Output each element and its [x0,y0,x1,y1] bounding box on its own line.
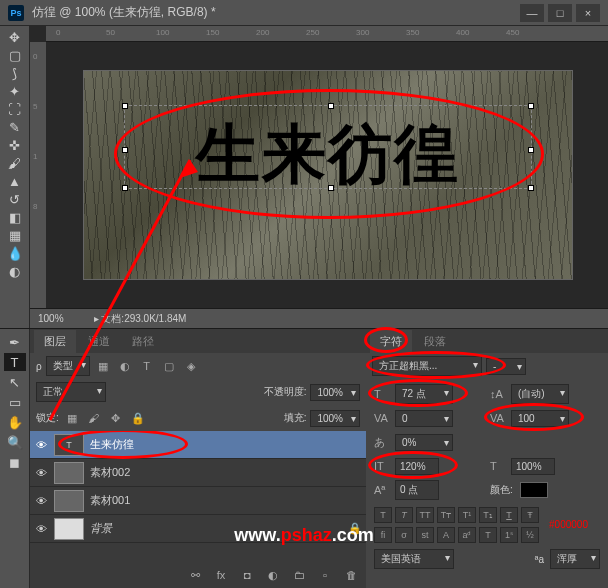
underline-button[interactable]: T [500,507,518,523]
visibility-icon[interactable]: 👁 [34,439,48,451]
strike-button[interactable]: Ŧ [521,507,539,523]
allcaps-button[interactable]: TT [416,507,434,523]
language-dropdown[interactable]: 美国英语 [374,549,454,569]
vscale-icon: IT [374,460,392,472]
tab-paths[interactable]: 路径 [122,330,164,353]
heal-tool[interactable]: ✜ [4,136,26,154]
blend-mode-dropdown[interactable]: 正常 [36,382,106,402]
maximize-button[interactable]: □ [548,4,572,22]
eyedropper-tool[interactable]: ✎ [4,118,26,136]
ot-1st-button[interactable]: 1ˢ [500,527,518,543]
tab-layers[interactable]: 图层 [34,330,76,353]
document-canvas[interactable]: 生来彷徨 [83,70,573,280]
brush-tool[interactable]: 🖌 [4,154,26,172]
vscale-input[interactable]: 120% [395,458,439,475]
ot-sigma-button[interactable]: σ [395,527,413,543]
visibility-icon[interactable]: 👁 [34,495,48,507]
lasso-tool[interactable]: ⟆ [4,64,26,82]
layer-name[interactable]: 素材002 [90,465,130,480]
layer-row[interactable]: 👁 素材002 [30,459,366,487]
fill-label: 填充: [284,411,307,425]
antialias-dropdown[interactable]: 浑厚 [550,549,600,569]
transform-box[interactable] [124,105,532,189]
visibility-icon[interactable]: 👁 [34,523,48,535]
eraser-tool[interactable]: ◧ [4,208,26,226]
crop-tool[interactable]: ⛶ [4,100,26,118]
new-layer-icon[interactable]: ▫ [316,566,334,584]
layer-mask-icon[interactable]: ◘ [238,566,256,584]
path-tool[interactable]: ↖ [4,373,26,391]
filter-adjust-icon[interactable]: ◐ [116,357,134,375]
adjustment-layer-icon[interactable]: ◐ [264,566,282,584]
fill-input[interactable]: 100% [310,410,360,427]
ot-st-button[interactable]: st [416,527,434,543]
superscript-button[interactable]: T¹ [458,507,476,523]
layer-row[interactable]: 👁 T 生来仿徨 [30,431,366,459]
filter-pixel-icon[interactable]: ▦ [94,357,112,375]
tab-paragraph[interactable]: 段落 [414,330,456,353]
wand-tool[interactable]: ✦ [4,82,26,100]
filter-smart-icon[interactable]: ◈ [182,357,200,375]
blur-tool[interactable]: 💧 [4,244,26,262]
layer-name[interactable]: 背景 [90,521,112,536]
delete-layer-icon[interactable]: 🗑 [342,566,360,584]
baseline-input[interactable]: 0% [395,434,453,451]
gradient-tool[interactable]: ▦ [4,226,26,244]
lock-label: 锁定: [36,411,59,425]
link-layers-icon[interactable]: ⚯ [186,566,204,584]
ot-fi-button[interactable]: fi [374,527,392,543]
subscript-button[interactable]: T₁ [479,507,497,523]
italic-button[interactable]: T [395,507,413,523]
ot-t-button[interactable]: T [479,527,497,543]
font-style-dropdown[interactable]: - [486,358,526,375]
document-info[interactable]: 文档:293.0K/1.84M [94,312,187,326]
hscale-input[interactable]: 100% [511,458,555,475]
hscale-icon: T [490,460,508,472]
font-size-input[interactable]: 72 点 [395,384,453,404]
lock-all-icon[interactable]: 🔒 [129,409,147,427]
lock-pixels-icon[interactable]: 🖌 [85,409,103,427]
kerning-input[interactable]: 0 [395,410,453,427]
history-brush-tool[interactable]: ↺ [4,190,26,208]
filter-shape-icon[interactable]: ▢ [160,357,178,375]
tab-character[interactable]: 字符 [370,330,412,353]
ot-ad-button[interactable]: aᵈ [458,527,476,543]
stamp-tool[interactable]: ▲ [4,172,26,190]
ot-a-button[interactable]: A [437,527,455,543]
shape-tool[interactable]: ▭ [4,393,26,411]
zoom-tool[interactable]: 🔍 [4,433,26,451]
annotation-hex: #000000 [549,519,588,530]
visibility-icon[interactable]: 👁 [34,467,48,479]
shift-input[interactable]: 0 点 [395,480,439,500]
type-tool[interactable]: T [4,353,26,371]
tab-channels[interactable]: 通道 [78,330,120,353]
tracking-icon: VA [490,412,508,424]
lock-position-icon[interactable]: ✥ [107,409,125,427]
layer-thumb [54,490,84,512]
marquee-tool[interactable]: ▢ [4,46,26,64]
tracking-input[interactable]: 100 [511,410,569,427]
close-button[interactable]: × [576,4,600,22]
filter-type-icon[interactable]: T [138,357,156,375]
ot-half-button[interactable]: ½ [521,527,539,543]
bold-button[interactable]: T [374,507,392,523]
font-family-dropdown[interactable]: 方正超粗黑... [372,356,482,376]
layer-name[interactable]: 素材001 [90,493,130,508]
pen-tool[interactable]: ✒ [4,333,26,351]
smallcaps-button[interactable]: Tᴛ [437,507,455,523]
layer-row[interactable]: 👁 素材001 [30,487,366,515]
minimize-button[interactable]: — [520,4,544,22]
move-tool[interactable]: ✥ [4,28,26,46]
zoom-level[interactable]: 100% [38,313,64,324]
layer-name[interactable]: 生来仿徨 [90,437,134,452]
layer-filter-kind[interactable]: 类型 [46,356,90,376]
opacity-input[interactable]: 100% [310,384,360,401]
color-swatch[interactable]: ◼ [4,453,26,471]
hand-tool[interactable]: ✋ [4,413,26,431]
dodge-tool[interactable]: ◐ [4,262,26,280]
layer-group-icon[interactable]: 🗀 [290,566,308,584]
layer-fx-icon[interactable]: fx [212,566,230,584]
text-color-swatch[interactable] [520,482,548,498]
lock-transparency-icon[interactable]: ▦ [63,409,81,427]
leading-input[interactable]: (自动) [511,384,569,404]
